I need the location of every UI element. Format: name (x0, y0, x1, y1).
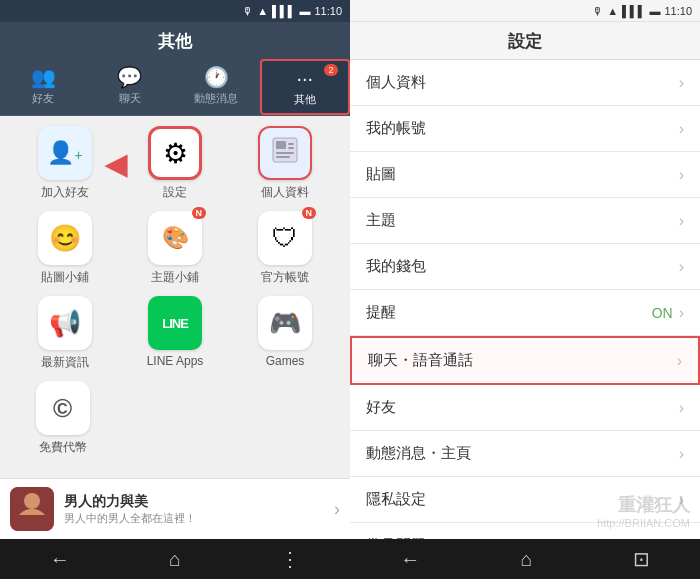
settings-stickers-label: 貼圖 (366, 165, 396, 184)
svg-point-7 (24, 493, 40, 509)
settings-label: 設定 (163, 184, 187, 201)
settings-faq-label: 常見問題 (366, 536, 426, 539)
tab-other[interactable]: 2 ··· 其他 (260, 59, 351, 115)
grid-official[interactable]: N 🛡 官方帳號 (243, 211, 328, 286)
settings-profile[interactable]: 個人資料 › (350, 60, 700, 106)
settings-faq[interactable]: 常見問題 › (350, 523, 700, 539)
official-icon-wrap: N 🛡 (258, 211, 312, 265)
friends-chevron-icon: › (679, 399, 684, 417)
chat-tab-icon: 💬 (117, 65, 142, 89)
settings-wallet-label: 我的錢包 (366, 257, 426, 276)
tab-timeline-label: 動態消息 (194, 91, 238, 106)
svg-rect-5 (276, 156, 290, 158)
left-status-bar: 🎙 ▲ ▌▌▌ ▬ 11:10 (0, 0, 350, 22)
right-signal-icon: ▌▌▌ (622, 5, 645, 17)
grid-line-apps[interactable]: LINE LINE Apps (133, 296, 218, 371)
settings-privacy-label: 隱私設定 (366, 490, 426, 509)
left-panel: 🎙 ▲ ▌▌▌ ▬ 11:10 其他 👥 好友 💬 聊天 🕐 動態消息 2 ··… (0, 0, 350, 579)
official-label: 官方帳號 (261, 269, 309, 286)
settings-reminder[interactable]: 提醒 ON › (350, 290, 700, 336)
tab-chat[interactable]: 💬 聊天 (87, 59, 174, 115)
line-apps-label: LINE Apps (147, 354, 204, 368)
free-coins-icon-wrap: © (36, 381, 90, 435)
banner-title: 男人的力與美 (64, 493, 334, 511)
settings-chat-voice[interactable]: 聊天・語音通話 › (350, 336, 700, 385)
grid-free-coins[interactable]: © 免費代幣 (20, 381, 105, 456)
menu-button[interactable]: ⋮ (280, 547, 300, 571)
banner-avatar (10, 487, 54, 531)
right-header: 設定 (350, 22, 700, 60)
settings-privacy[interactable]: 隱私設定 › (350, 477, 700, 523)
settings-wallet[interactable]: 我的錢包 › (350, 244, 700, 290)
settings-friends-label: 好友 (366, 398, 396, 417)
games-label: Games (266, 354, 305, 368)
tab-other-label: 其他 (294, 92, 316, 107)
settings-themes-label: 主題 (366, 211, 396, 230)
grid-profile[interactable]: 個人資料 (243, 126, 328, 201)
right-home-button[interactable]: ⌂ (520, 548, 532, 571)
faq-chevron-icon: › (679, 537, 684, 540)
settings-timeline[interactable]: 動態消息・主頁 › (350, 431, 700, 477)
games-icon-wrap: 🎮 (258, 296, 312, 350)
stickers-chevron-icon: › (679, 166, 684, 184)
right-status-icons: 🎙 ▲ ▌▌▌ ▬ 11:10 (592, 5, 692, 17)
back-button[interactable]: ← (50, 548, 70, 571)
bluetooth-icon: 🎙 (242, 5, 253, 17)
svg-rect-1 (276, 141, 286, 149)
grid-sticker-shop[interactable]: 😊 貼圖小鋪 (23, 211, 108, 286)
settings-reminder-right: ON › (652, 304, 684, 322)
settings-stickers[interactable]: 貼圖 › (350, 152, 700, 198)
theme-shop-label: 主題小鋪 (151, 269, 199, 286)
account-chevron-icon: › (679, 120, 684, 138)
right-back-button[interactable]: ← (400, 548, 420, 571)
settings-friends-right: › (679, 399, 684, 417)
svg-rect-9 (18, 515, 46, 531)
settings-wallet-right: › (679, 258, 684, 276)
grid-settings[interactable]: ⚙ 設定 ◀ (133, 126, 218, 201)
signal-icon: ▌▌▌ (272, 5, 295, 17)
grid-games[interactable]: 🎮 Games (243, 296, 328, 371)
right-wifi-icon: ▲ (607, 5, 618, 17)
chat-voice-chevron-icon: › (677, 352, 682, 370)
banner-arrow-icon: › (334, 499, 340, 520)
themes-chevron-icon: › (679, 212, 684, 230)
right-title: 設定 (508, 32, 542, 51)
settings-themes-right: › (679, 212, 684, 230)
right-menu-button[interactable]: ⊡ (633, 547, 650, 571)
tab-bar: 👥 好友 💬 聊天 🕐 動態消息 2 ··· 其他 (0, 59, 350, 116)
settings-account[interactable]: 我的帳號 › (350, 106, 700, 152)
banner-text: 男人的力與美 男人中的男人全都在這裡！ (64, 493, 334, 526)
left-time: 11:10 (314, 5, 342, 17)
svg-rect-2 (288, 143, 294, 145)
right-status-bar: 🎙 ▲ ▌▌▌ ▬ 11:10 (350, 0, 700, 22)
sticker-shop-icon-wrap: 😊 (38, 211, 92, 265)
settings-reminder-label: 提醒 (366, 303, 396, 322)
right-content: 個人資料 › 我的帳號 › 貼圖 › 主題 › (350, 60, 700, 579)
settings-icon: ⚙ (163, 137, 188, 170)
wallet-chevron-icon: › (679, 258, 684, 276)
settings-themes[interactable]: 主題 › (350, 198, 700, 244)
sticker-shop-icon: 😊 (49, 223, 81, 254)
svg-rect-4 (276, 152, 294, 154)
free-coins-icon: © (53, 393, 72, 424)
profile-icon (270, 135, 300, 171)
tab-friends-label: 好友 (32, 91, 54, 106)
battery-icon: ▬ (299, 5, 310, 17)
reminder-value: ON (652, 305, 673, 321)
grid-add-friend[interactable]: 👤+ 加入好友 (23, 126, 108, 201)
settings-faq-right: › (679, 537, 684, 540)
other-badge: 2 (324, 64, 338, 76)
settings-chat-voice-right: › (677, 352, 682, 370)
official-icon: 🛡 (272, 223, 298, 254)
right-panel: 🎙 ▲ ▌▌▌ ▬ 11:10 設定 個人資料 › 我的帳號 › (350, 0, 700, 579)
grid-row-1: 👤+ 加入好友 ⚙ 設定 ◀ (10, 126, 340, 201)
tab-friends[interactable]: 👥 好友 (0, 59, 87, 115)
grid-theme-shop[interactable]: N 🎨 主題小鋪 (133, 211, 218, 286)
grid-news[interactable]: 📢 最新資訊 (23, 296, 108, 371)
home-button[interactable]: ⌂ (169, 548, 181, 571)
tab-timeline[interactable]: 🕐 動態消息 (173, 59, 260, 115)
banner[interactable]: 男人的力與美 男人中的男人全都在這裡！ › (0, 478, 350, 539)
grid-row-4: © 免費代幣 (10, 381, 340, 456)
settings-icon-wrap: ⚙ (148, 126, 202, 180)
settings-friends[interactable]: 好友 › (350, 385, 700, 431)
